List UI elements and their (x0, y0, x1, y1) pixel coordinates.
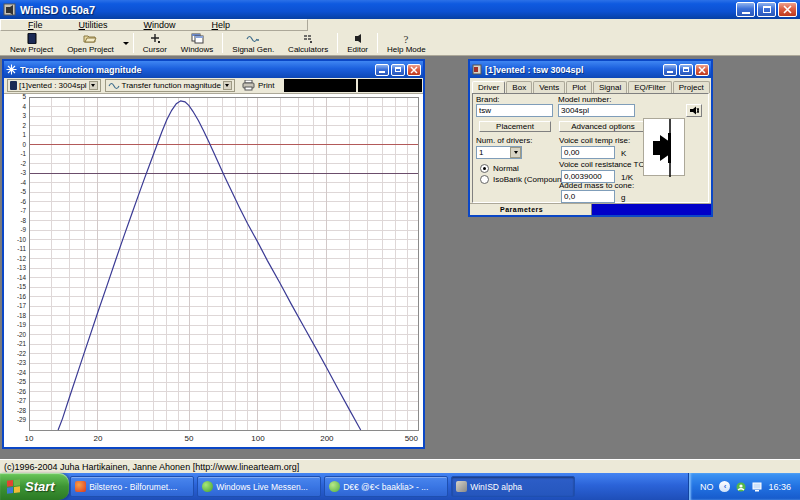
maximize-button[interactable] (679, 64, 693, 76)
svg-text:-16: -16 (17, 293, 27, 300)
toolbar-separator (133, 33, 134, 53)
display-field-1[interactable] (284, 79, 356, 92)
plot-area: 543210-1-2-3-4-5-6-7-8-9-10-11-12-13-14-… (4, 94, 423, 447)
close-icon (783, 5, 792, 14)
svg-text:-3: -3 (20, 169, 26, 176)
help-mode-button[interactable]: ? Help Mode (380, 31, 433, 55)
svg-text:-28: -28 (17, 407, 27, 414)
advanced-options-button[interactable]: Advanced options (559, 121, 647, 132)
chevron-down-icon (510, 147, 521, 158)
svg-text:-7: -7 (20, 207, 26, 214)
svg-text:-10: -10 (17, 236, 27, 243)
tab-vents[interactable]: Vents (533, 81, 565, 93)
open-project-dropdown[interactable] (121, 31, 131, 55)
menu-band: File Utilities Window Help (0, 19, 308, 31)
taskbar: Start Bilstereo - Bilforumet.... Windows… (0, 473, 800, 500)
svg-text:20: 20 (93, 434, 102, 443)
taskbar-item-winisd[interactable]: WinISD alpha (451, 476, 575, 497)
placement-button[interactable]: Placement (479, 121, 551, 132)
mdi-area: Transfer function magnitude [1]vented : … (0, 56, 800, 459)
minimize-button[interactable] (375, 64, 389, 76)
model-number-field[interactable] (558, 104, 635, 117)
svg-text:-23: -23 (17, 359, 27, 366)
close-button[interactable] (407, 64, 421, 76)
tab-eq-filter[interactable]: EQ/Filter (628, 81, 672, 93)
new-project-button[interactable]: New Project (3, 31, 60, 55)
open-folder-icon (83, 33, 97, 44)
display-field-2[interactable] (358, 79, 422, 92)
tab-project[interactable]: Project (673, 81, 710, 93)
calculator-icon (302, 33, 314, 44)
added-mass-label: Added mass to cone: (559, 181, 634, 190)
added-mass-field[interactable] (561, 190, 615, 203)
taskbar-item-chat[interactable]: D€€ @€< baaklia> - ... (324, 476, 448, 497)
radio-normal[interactable] (480, 164, 489, 173)
tray-messenger-icon[interactable] (736, 482, 746, 492)
menu-utilities[interactable]: Utilities (74, 20, 113, 30)
taskbar-item-bilstereo[interactable]: Bilstereo - Bilforumet.... (70, 476, 194, 497)
signal-gen-button[interactable]: Signal Gen. (225, 31, 281, 55)
parameters-bar[interactable]: Parameters (470, 203, 711, 215)
tab-box[interactable]: Box (506, 81, 532, 93)
editor-icon (353, 33, 363, 44)
vc-temp-unit: K (621, 149, 626, 158)
cursor-icon (149, 33, 161, 44)
windows-button[interactable]: Windows (174, 31, 220, 55)
tab-plot[interactable]: Plot (566, 81, 592, 93)
browser-icon (75, 481, 86, 492)
calculators-button[interactable]: Calculators (281, 31, 335, 55)
speaker-mute-button[interactable] (686, 104, 702, 117)
brand-field[interactable] (476, 104, 553, 117)
transfer-function-window: Transfer function magnitude [1]vented : … (2, 59, 425, 449)
svg-text:-21: -21 (17, 340, 27, 347)
open-project-button[interactable]: Open Project (60, 31, 121, 55)
new-project-icon (27, 33, 37, 44)
tab-signal[interactable]: Signal (593, 81, 627, 93)
language-indicator[interactable]: NO (700, 482, 714, 492)
svg-text:-14: -14 (17, 274, 27, 281)
num-drivers-select[interactable]: 1 (476, 146, 522, 159)
svg-text:-27: -27 (17, 397, 27, 404)
cursor-button[interactable]: Cursor (136, 31, 174, 55)
svg-text:-18: -18 (17, 312, 27, 319)
parameters-label: Parameters (470, 204, 592, 215)
copyright-text: (c)1996-2004 Juha Hartikainen, Janne Aho… (4, 462, 299, 472)
driver-window-title: [1]vented : tsw 3004spl (485, 65, 661, 75)
driver-window: [1]vented : tsw 3004spl Driver Box Vents… (468, 59, 713, 217)
close-button[interactable] (695, 64, 709, 76)
svg-text:3: 3 (22, 112, 26, 119)
svg-text:-25: -25 (17, 378, 27, 385)
editor-button[interactable]: Editor (340, 31, 375, 55)
svg-text:-6: -6 (20, 198, 26, 205)
tray-chevron-icon[interactable]: ‹ (719, 481, 730, 492)
plot-type-combo[interactable]: Transfer function magnitude (105, 79, 235, 92)
windows-flag-icon (7, 479, 21, 494)
restore-button[interactable] (757, 2, 776, 17)
start-button[interactable]: Start (0, 473, 69, 500)
close-icon (698, 66, 706, 74)
minimize-button[interactable] (663, 64, 677, 76)
tray-display-icon[interactable] (752, 482, 762, 492)
taskbar-item-messenger[interactable]: Windows Live Messen... (197, 476, 321, 497)
radio-isobarik[interactable] (480, 175, 489, 184)
project-selector-combo[interactable]: [1]vented : 3004spl (7, 79, 101, 92)
system-tray: NO ‹ 16:36 (688, 473, 800, 500)
toolbar-separator (222, 33, 223, 53)
svg-text:-20: -20 (17, 331, 27, 338)
help-icon: ? (401, 33, 411, 44)
vc-temp-field[interactable] (561, 146, 615, 159)
svg-text:-2: -2 (20, 160, 26, 167)
svg-text:-5: -5 (20, 188, 26, 195)
menu-file[interactable]: File (23, 20, 48, 30)
close-button[interactable] (778, 2, 797, 17)
toolbar-separator (337, 33, 338, 53)
menu-window[interactable]: Window (139, 20, 181, 30)
menu-help[interactable]: Help (207, 20, 236, 30)
maximize-button[interactable] (391, 64, 405, 76)
print-button[interactable]: Print (239, 79, 277, 92)
model-number-label: Model number: (558, 95, 611, 104)
minimize-button[interactable] (736, 2, 755, 17)
windows-icon (191, 33, 204, 44)
svg-text:-8: -8 (20, 217, 26, 224)
close-icon (410, 66, 418, 74)
